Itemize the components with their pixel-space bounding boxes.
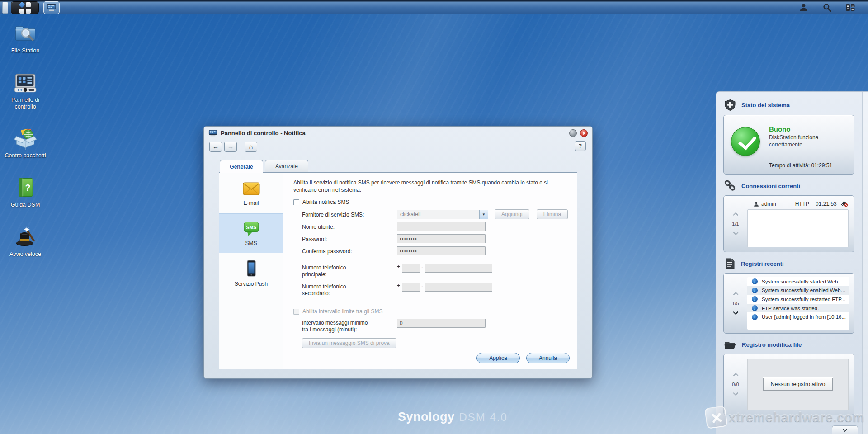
back-button[interactable]: ← [209,142,222,152]
desktop-icon-label: Pannello di controllo [3,97,48,110]
dsm-branding: Synology DSM 4.0 [398,410,508,424]
secondary-phone-country-input[interactable] [402,283,420,292]
info-icon: i [752,296,758,302]
primary-phone-number-input[interactable] [425,264,492,273]
sidebar-item-sms[interactable]: SMS SMS [219,213,283,253]
user-icon [799,3,808,12]
cancel-button[interactable]: Annulla [526,353,570,363]
confirm-password-input[interactable] [397,246,486,255]
pager-down-icon[interactable] [733,230,739,236]
back-icon: ← [212,143,219,150]
file-change-log-section: Registro modifica file 0/0 Nessun regist… [716,339,868,415]
sms-provider-select[interactable]: clickatell ▼ [397,210,488,219]
main-menu-button[interactable] [11,1,39,14]
window-title: Pannello di controllo - Notifica [221,130,306,137]
add-provider-button[interactable]: Aggiungi [495,209,529,219]
interval-input[interactable] [397,319,486,328]
email-icon [242,181,260,197]
interval-label: Intervallo messaggi minimo tra i messagg… [302,320,372,333]
current-connections-section: Connessioni correnti 1/1 admin HTTP 01:2… [716,180,868,252]
control-panel-icon [14,71,37,94]
password-input[interactable] [397,234,486,243]
desktop-icon-dsm-help[interactable]: ? Guida DSM [0,176,51,208]
help-button[interactable]: ? [575,141,586,151]
dsm-help-icon: ? [14,176,37,199]
desktop-icon-file-station[interactable]: File Station [0,22,51,54]
enable-sms-checkbox[interactable] [293,199,299,205]
system-status-box: Buono DiskStation funziona correttamente… [723,115,854,175]
log-list: iSystem successfully started Web St... i… [747,277,849,330]
log-row[interactable]: iSystem successfully enabled WebD... [747,286,849,295]
recent-logs-section: Registri recenti 1/5 iSystem successfull… [716,258,868,334]
chevron-down-icon [842,427,847,432]
phone-plus-prefix: + [397,283,400,289]
secondary-phone-number-input[interactable] [425,283,492,292]
pager-up-icon[interactable] [733,373,739,378]
provider-label: Fornitore di servizio SMS: [302,211,397,218]
pager-count: 0/0 [732,382,739,387]
control-panel-mini-icon [47,4,57,12]
desktop-icon-control-panel[interactable]: Pannello di controllo [0,71,51,110]
close-button[interactable] [580,129,588,137]
primary-phone-country-input[interactable] [402,264,420,273]
sidebar-item-email[interactable]: E-mail [219,174,283,213]
file-station-icon [14,22,37,45]
pager-count: 1/1 [732,221,739,226]
widget-title: Registro modifica file [742,341,802,348]
desktop-icon-column: File Station Pannello di controllo [0,22,51,258]
info-icon: i [752,288,758,293]
delete-provider-button[interactable]: Elimina [537,209,568,219]
show-desktop-button[interactable] [2,2,8,14]
search-icon [823,3,831,12]
status-message: DiskStation funziona correttamente. [769,134,846,148]
connection-time: 01:21:53 [816,201,837,207]
log-row[interactable]: iSystem successfully started Web St... [747,277,849,286]
sms-description: Abilita il servizio di notifica SMS per … [293,179,569,193]
pager-down-icon[interactable] [733,390,739,396]
folder-icon [724,339,736,350]
widget-title: Registri recenti [741,260,784,267]
connection-row[interactable]: admin HTTP 01:21:53 [747,199,849,208]
minimize-button[interactable] [569,129,577,137]
taskbar-item-control-panel[interactable] [43,1,60,14]
widget-panel-scrollbar[interactable] [862,92,868,434]
home-icon: ⌂ [249,143,253,151]
apply-button[interactable]: Applica [476,353,520,363]
file-log-empty-area: Nessun registro attivo [747,359,849,410]
send-test-sms-button[interactable]: Invia un messaggio SMS di prova [302,338,396,348]
phone-dash-separator: - [421,264,423,270]
desktop-icon-quick-start[interactable]: Avvio veloce [0,225,51,258]
tab-panel-generale: E-mail SMS SMS Servizio [219,172,577,369]
pager-up-icon[interactable] [733,292,739,297]
tab-bar: Generale Avanzate [219,160,577,172]
log-row[interactable]: iSystem successfully restarted FTP... [747,295,849,304]
home-button[interactable]: ⌂ [245,142,257,152]
enable-sms-interval-checkbox[interactable] [293,309,299,315]
disconnect-icon[interactable] [840,200,848,208]
user-menu-button[interactable] [797,2,809,13]
tab-avanzate[interactable]: Avanzate [265,160,308,172]
desktop-icon-label: Guida DSM [11,202,40,208]
log-row[interactable]: iUser [admin] logged in from [10.16... [747,312,849,321]
svg-text:SMS: SMS [246,224,256,230]
username-input[interactable] [397,222,486,231]
log-document-icon [724,258,736,269]
window-titlebar[interactable]: Pannello di controllo - Notifica [204,127,592,139]
panel-collapse-button[interactable] [832,425,858,434]
log-text: User [admin] logged in from [10.16... [762,314,846,320]
chevron-down-icon: ▼ [479,210,488,219]
search-button[interactable] [821,2,833,13]
password-label: Password: [302,235,397,243]
no-active-log-button[interactable]: Nessun registro attivo [763,378,833,391]
pager-down-icon[interactable] [733,309,739,315]
log-row[interactable]: iFTP service was started. [747,304,849,313]
pilot-view-button[interactable] [844,2,856,13]
enable-sms-interval-label: Abilita intervallo limite tra gli SMS [302,308,382,315]
desktop-icon-package-center[interactable]: Centro pacchetti [0,127,51,159]
sidebar-item-push-service[interactable]: Servizio Push [219,253,283,293]
pager-up-icon[interactable] [733,212,739,218]
tab-generale[interactable]: Generale [220,160,263,173]
forward-button[interactable]: → [224,142,237,152]
main-menu-icon [19,2,31,14]
confirm-password-label: Conferma password: [302,247,397,255]
